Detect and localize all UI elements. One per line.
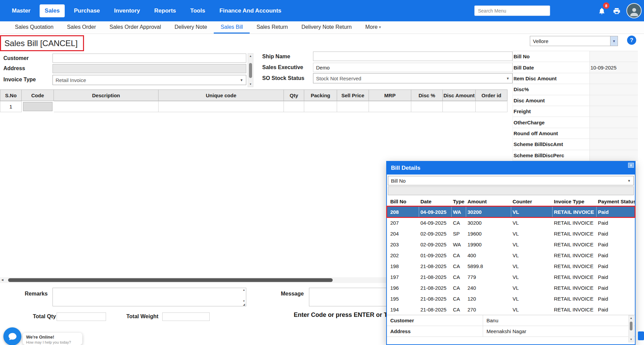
tab-sales-return[interactable]: Sales Return: [250, 21, 295, 34]
bill-details-cell: 207: [387, 220, 419, 226]
remarks-textarea[interactable]: [53, 288, 246, 306]
textarea-down-icon[interactable]: ▼: [242, 300, 246, 303]
summary-value[interactable]: [589, 84, 638, 95]
item-cell-order-id[interactable]: [476, 101, 507, 112]
scroll-left-icon[interactable]: ◄: [1, 278, 4, 282]
item-cell-code[interactable]: [23, 102, 53, 111]
total-weight-input[interactable]: [162, 312, 210, 321]
summary-label: OtherCharge: [513, 117, 589, 127]
bill-details-row[interactable]: 19521-08-2025CA120VLRETAIL INVOICEPaid: [387, 293, 635, 304]
items-header-description: Description: [54, 89, 159, 101]
textarea-up-icon[interactable]: ▲: [242, 288, 246, 291]
scrollbar-thumb[interactable]: [630, 322, 632, 330]
caret-down-icon: ▾: [379, 25, 381, 29]
bill-details-search-input[interactable]: [388, 186, 634, 195]
bill-details-cell: CA: [452, 296, 466, 302]
scrollbar-thumb[interactable]: [249, 63, 252, 78]
summary-value[interactable]: [589, 139, 638, 149]
summary-value[interactable]: [589, 73, 638, 84]
item-cell-packing[interactable]: [304, 101, 337, 112]
summary-value[interactable]: [589, 106, 638, 117]
tab-delivery-note-return[interactable]: Delivery Note Return: [295, 21, 359, 34]
summary-value[interactable]: 10-09-2025: [589, 62, 638, 73]
horizontal-scrollbar-thumb[interactable]: [8, 278, 333, 282]
summary-value[interactable]: [589, 51, 638, 62]
bill-details-row[interactable]: 20302-09-2025WA19900VLRETAIL INVOICEPaid: [387, 239, 635, 250]
tab-sales-bill[interactable]: Sales Bill: [214, 21, 250, 34]
summary-value[interactable]: [589, 150, 638, 161]
form-vertical-scrollbar[interactable]: ▲ ▼: [248, 53, 253, 87]
item-cell-disc-pct[interactable]: [411, 101, 443, 112]
customer-input[interactable]: [53, 54, 246, 63]
invoice-type-select[interactable]: Retail Invoice ▼: [53, 75, 246, 85]
tab-sales-order-approval[interactable]: Sales Order Approval: [103, 21, 168, 34]
nav-item-inventory[interactable]: Inventory: [109, 4, 145, 17]
items-table-row[interactable]: 1: [0, 101, 507, 112]
tab-more[interactable]: More▾: [358, 21, 388, 34]
tab-delivery-note[interactable]: Delivery Note: [168, 21, 214, 34]
summary-label: Item Disc Amount: [513, 73, 589, 84]
summary-value[interactable]: [589, 117, 638, 127]
item-cell-unique-code[interactable]: [159, 101, 284, 112]
summary-value[interactable]: [589, 95, 638, 106]
item-cell-qty[interactable]: [284, 101, 304, 112]
scroll-up-icon[interactable]: ▲: [248, 54, 253, 59]
bill-details-cell: 5899.8: [466, 263, 511, 269]
bill-details-row[interactable]: 19821-08-2025CA5899.8VLRETAIL INVOICEPai…: [387, 261, 635, 271]
total-qty-input[interactable]: [57, 312, 106, 321]
chat-widget-button[interactable]: [3, 327, 21, 345]
bill-details-row[interactable]: 19621-08-2025CA240VLRETAIL INVOICEPaid: [387, 282, 635, 293]
tab-sales-quotation[interactable]: Sales Quotation: [8, 21, 60, 34]
sales-executive-label: Sales Executive: [262, 64, 303, 70]
bill-details-scrollbar[interactable]: ▲ ▼: [628, 315, 634, 342]
bill-details-filter-select[interactable]: Bill No ▼: [388, 176, 634, 185]
bill-details-row[interactable]: 20402-09-2025SP19600VLRETAIL INVOICEPaid: [387, 228, 635, 239]
caret-down-icon[interactable]: ▼: [610, 36, 618, 46]
scroll-down-icon[interactable]: ▼: [248, 82, 253, 87]
item-cell-sno[interactable]: 1: [0, 101, 22, 112]
bill-details-titlebar[interactable]: Bill Details x: [387, 162, 635, 175]
bill-details-row[interactable]: 19721-08-2025CA779VLRETAIL INVOICEPaid: [387, 271, 635, 282]
bill-details-cell: RETAIL INVOICE: [553, 242, 597, 247]
nav-item-master[interactable]: Master: [7, 4, 36, 17]
tab-sales-order[interactable]: Sales Order: [60, 21, 103, 34]
nav-item-sales[interactable]: Sales: [40, 4, 65, 17]
search-input[interactable]: [474, 5, 550, 16]
bill-details-row[interactable]: 20704-09-2025CA30200VLRETAIL INVOICEPaid: [387, 217, 635, 228]
scroll-down-icon[interactable]: ▼: [629, 337, 633, 342]
bill-details-cell: 02-09-2025: [419, 231, 452, 237]
print-icon[interactable]: [612, 6, 621, 16]
summary-value[interactable]: [589, 128, 638, 139]
bill-details-cell: SP: [452, 231, 466, 237]
module-tabbar: Sales QuotationSales OrderSales Order Ap…: [0, 21, 644, 34]
scroll-up-icon[interactable]: ▲: [629, 316, 633, 321]
ship-name-input[interactable]: [313, 52, 513, 61]
nav-item-tools[interactable]: Tools: [185, 4, 210, 17]
bill-details-row[interactable]: 19421-08-2025CA270VLRETAIL INVOICEPaid: [387, 304, 635, 315]
address-input[interactable]: [53, 64, 246, 73]
item-cell-description[interactable]: [54, 101, 159, 112]
chat-status-bubble[interactable]: We're Online! How may I help you today?: [23, 333, 82, 345]
resize-grip-icon[interactable]: ◢: [242, 303, 246, 306]
side-action-button[interactable]: [638, 331, 644, 340]
nav-item-reports[interactable]: Reports: [149, 4, 181, 17]
branch-selector[interactable]: Vellore ▼: [530, 36, 618, 46]
message-label: Message: [281, 291, 304, 297]
nav-item-purchase[interactable]: Purchase: [69, 4, 105, 17]
close-icon[interactable]: x: [628, 163, 634, 168]
items-header-disc-amount: Disc Amount: [443, 89, 476, 101]
item-cell-disc-amount[interactable]: [443, 101, 476, 112]
items-header-packing: Packing: [304, 89, 337, 101]
horizontal-scrollbar[interactable]: ◄: [0, 277, 388, 283]
item-cell-mrp[interactable]: [369, 101, 411, 112]
user-avatar[interactable]: [626, 3, 642, 18]
bill-details-row[interactable]: 20804-09-2025WA30200VLRETAIL INVOICEPaid: [387, 206, 635, 217]
sales-executive-input[interactable]: [313, 63, 513, 72]
help-button[interactable]: ?: [627, 36, 636, 45]
message-textarea[interactable]: [309, 288, 397, 306]
nav-item-finance-and-accounts[interactable]: Finance And Accounts: [214, 4, 287, 17]
bill-details-row[interactable]: 20201-09-2025CA400VLRETAIL INVOICEPaid: [387, 250, 635, 261]
so-stock-status-select[interactable]: Stock Not Reserved ▼: [313, 73, 513, 83]
bill-details-cell: VL: [511, 206, 553, 217]
item-cell-sell-price[interactable]: [337, 101, 369, 112]
